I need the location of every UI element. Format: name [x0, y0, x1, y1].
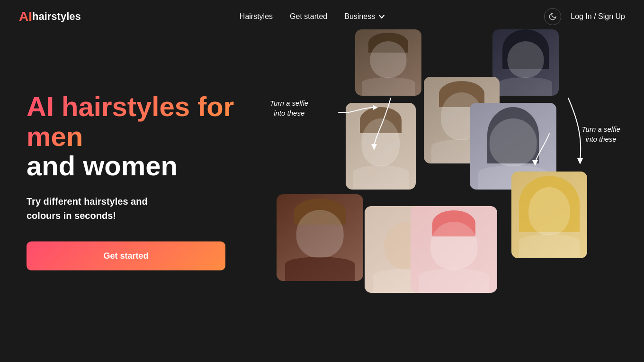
man-result-1-photo	[346, 103, 416, 190]
hero-section: AI hairstyles for men and women Try diff…	[0, 0, 644, 362]
logo[interactable]: AI hairstyles	[19, 9, 81, 24]
original-woman-photo	[492, 29, 559, 96]
hero-subtitle-text1: Try different hairstyles and	[27, 196, 148, 206]
svg-marker-3	[577, 158, 583, 164]
original-man-photo	[355, 29, 421, 96]
nav-business[interactable]: Business	[344, 12, 385, 21]
hero-content: AI hairstyles for men and women Try diff…	[27, 92, 254, 271]
hero-subtitle: Try different hairstyles and colours in …	[27, 194, 254, 222]
hero-title: AI hairstyles for men and women	[27, 92, 254, 181]
nav-business-label: Business	[344, 12, 375, 21]
nav-links: Hairstyles Get started Business	[240, 12, 385, 21]
nav-right: Log In / Sign Up	[544, 8, 625, 25]
hero-title-and-women: and women	[27, 150, 178, 181]
annotation-right: Turn a selfieinto these	[582, 124, 620, 144]
chevron-down-icon	[378, 13, 385, 20]
man-result-3-photo	[277, 194, 363, 281]
photo-grid-section: Turn a selfieinto these Turn a selfieint…	[237, 0, 644, 362]
hero-title-ai: AI hairstyles for	[27, 91, 234, 122]
nav-hairstyles[interactable]: Hairstyles	[240, 12, 273, 21]
navigation: AI hairstyles Hairstyles Get started Bus…	[0, 0, 644, 33]
annotation-left-text: Turn a selfieinto these	[270, 99, 308, 117]
theme-toggle-button[interactable]	[544, 8, 561, 25]
logo-text: hairstyles	[32, 10, 81, 23]
annotation-left: Turn a selfieinto these	[270, 98, 308, 118]
woman-result-3-photo	[511, 172, 587, 258]
nav-get-started[interactable]: Get started	[290, 12, 327, 21]
nav-login-link[interactable]: Log In / Sign Up	[571, 12, 625, 21]
woman-result-2-photo	[411, 206, 497, 293]
logo-ai: AI	[19, 9, 32, 24]
hero-title-men: men	[27, 120, 83, 151]
hero-subtitle-text2: colours in seconds!	[27, 210, 116, 220]
annotation-right-text: Turn a selfieinto these	[582, 125, 620, 143]
cta-get-started-button[interactable]: Get started	[27, 241, 225, 270]
photo-grid-container: Turn a selfieinto these Turn a selfieint…	[256, 29, 625, 333]
